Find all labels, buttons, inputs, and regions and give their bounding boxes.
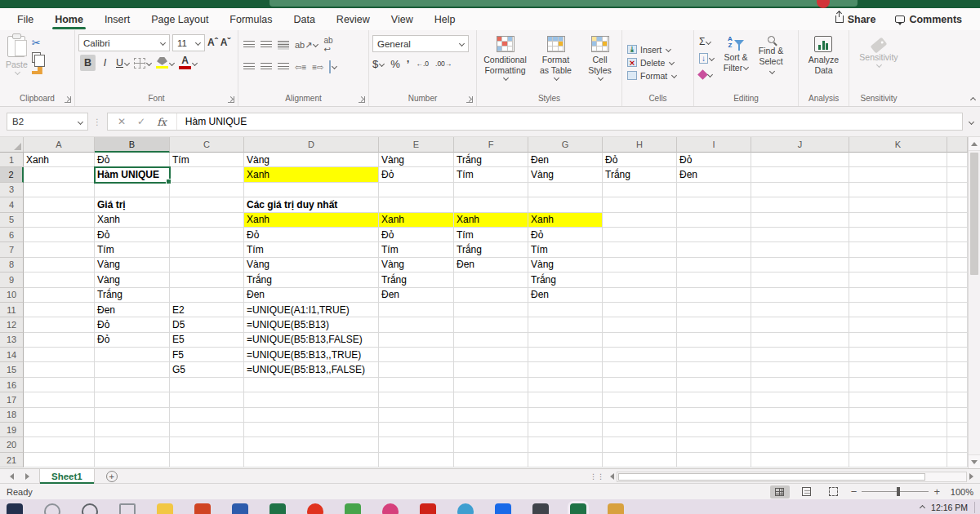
- cell-E19[interactable]: [379, 423, 454, 437]
- cell-H10[interactable]: [603, 288, 677, 303]
- cell-D10[interactable]: Đen: [244, 288, 379, 303]
- tab-home[interactable]: Home: [44, 8, 94, 30]
- page-layout-view-button[interactable]: [797, 485, 817, 498]
- cell-K19[interactable]: [849, 423, 947, 437]
- zoom-slider-thumb[interactable]: [897, 487, 900, 496]
- cell-B17[interactable]: [95, 392, 170, 407]
- row-header-13[interactable]: 13: [0, 333, 24, 348]
- cell-E8[interactable]: Vàng: [379, 258, 454, 273]
- cell-C15[interactable]: G5: [170, 362, 244, 377]
- cell-C19[interactable]: [170, 423, 244, 437]
- cell-G17[interactable]: [528, 392, 603, 407]
- collapse-ribbon-icon[interactable]: [969, 91, 975, 103]
- tab-review[interactable]: Review: [326, 8, 381, 30]
- font-dialog-launcher[interactable]: [228, 96, 234, 103]
- align-right-icon[interactable]: [278, 63, 289, 72]
- cell-G9[interactable]: Trắng: [528, 273, 603, 287]
- cell-B5[interactable]: Xanh: [95, 213, 170, 228]
- row-header-16[interactable]: 16: [0, 378, 24, 392]
- col-header-D[interactable]: D: [244, 137, 379, 153]
- italic-button[interactable]: I: [97, 55, 113, 71]
- cell-I14[interactable]: [677, 348, 751, 362]
- cell-G18[interactable]: [528, 408, 603, 423]
- horizontal-scroll-thumb[interactable]: [618, 473, 925, 481]
- cell-F5[interactable]: Xanh: [454, 213, 528, 228]
- row-header-19[interactable]: 19: [0, 423, 24, 437]
- cell-J9[interactable]: [751, 273, 849, 287]
- cell-F8[interactable]: Đen: [454, 258, 528, 273]
- cell-C11[interactable]: E2: [170, 303, 244, 317]
- cell-A21[interactable]: [24, 453, 95, 467]
- cell-F19[interactable]: [454, 423, 528, 437]
- cell-G3[interactable]: [528, 183, 603, 197]
- cell-C7[interactable]: [170, 242, 244, 257]
- cell-I16[interactable]: [677, 378, 751, 392]
- cell-G20[interactable]: [528, 437, 603, 452]
- cell-J2[interactable]: [751, 167, 849, 182]
- green-app-icon[interactable]: [345, 503, 361, 514]
- cell-H20[interactable]: [603, 437, 677, 452]
- cell-J3[interactable]: [751, 183, 849, 197]
- cell-B14[interactable]: [95, 348, 170, 362]
- sensitivity-button[interactable]: Sensitivity: [855, 33, 902, 69]
- cell-I4[interactable]: [677, 197, 751, 212]
- cell-A16[interactable]: [24, 378, 95, 392]
- cell-B12[interactable]: Đỏ: [95, 317, 170, 332]
- cell-G15[interactable]: [528, 362, 603, 377]
- cell-A3[interactable]: [24, 183, 95, 197]
- cell-J19[interactable]: [751, 423, 849, 437]
- cell-D6[interactable]: Đỏ: [244, 228, 379, 242]
- cell-C21[interactable]: [170, 453, 244, 467]
- cell-H3[interactable]: [603, 183, 677, 197]
- cell-H1[interactable]: Đỏ: [603, 153, 677, 167]
- cell-D17[interactable]: [244, 392, 379, 407]
- row-header-12[interactable]: 12: [0, 317, 24, 332]
- col-header-K[interactable]: K: [849, 137, 947, 153]
- cell-J6[interactable]: [751, 228, 849, 242]
- comments-button[interactable]: Comments: [889, 12, 969, 27]
- cell-K20[interactable]: [849, 437, 947, 452]
- cell-J14[interactable]: [751, 348, 849, 362]
- cell-I11[interactable]: [677, 303, 751, 317]
- cell-I10[interactable]: [677, 288, 751, 303]
- enter-icon[interactable]: ✓: [137, 116, 145, 127]
- cell-C6[interactable]: [170, 228, 244, 242]
- cell-H18[interactable]: [603, 408, 677, 423]
- col-header-A[interactable]: A: [24, 137, 95, 153]
- cell-G14[interactable]: [528, 348, 603, 362]
- start-icon[interactable]: [7, 503, 23, 514]
- tab-insert[interactable]: Insert: [94, 8, 140, 30]
- taskbar-clock[interactable]: 12:16 PM: [931, 503, 968, 512]
- cell-A10[interactable]: [24, 288, 95, 303]
- copy-icon[interactable]: [32, 52, 41, 63]
- cell-C17[interactable]: [170, 392, 244, 407]
- cell-I21[interactable]: [677, 453, 751, 467]
- cell-D8[interactable]: Vàng: [244, 258, 379, 273]
- cell-G19[interactable]: [528, 423, 603, 437]
- cell-K1[interactable]: [849, 153, 947, 167]
- cell-J8[interactable]: [751, 258, 849, 273]
- underline-button[interactable]: U: [114, 55, 131, 71]
- cell-H17[interactable]: [603, 392, 677, 407]
- cell-C1[interactable]: Tím: [170, 153, 244, 167]
- cell-D12[interactable]: =UNIQUE(B5:B13): [244, 317, 379, 332]
- cell-A15[interactable]: [24, 362, 95, 377]
- align-middle-icon[interactable]: [261, 41, 272, 50]
- tray-expand-icon[interactable]: [920, 504, 925, 510]
- fill-color-button[interactable]: [154, 55, 176, 71]
- cell-C8[interactable]: [170, 258, 244, 273]
- cell-K10[interactable]: [849, 288, 947, 303]
- comma-style-button[interactable]: ’: [407, 58, 410, 70]
- cell-F16[interactable]: [454, 378, 528, 392]
- row-header-3[interactable]: 3: [0, 183, 24, 197]
- cell-F4[interactable]: [454, 197, 528, 212]
- bold-button[interactable]: B: [80, 55, 96, 71]
- cell-A7[interactable]: [24, 242, 95, 257]
- row-header-9[interactable]: 9: [0, 273, 24, 287]
- cell-B11[interactable]: Đen: [95, 303, 170, 317]
- align-bottom-icon[interactable]: [278, 41, 289, 50]
- col-header-B[interactable]: B: [95, 137, 170, 153]
- cell-E11[interactable]: [379, 303, 454, 317]
- cell-F15[interactable]: [454, 362, 528, 377]
- cell-K8[interactable]: [849, 258, 947, 273]
